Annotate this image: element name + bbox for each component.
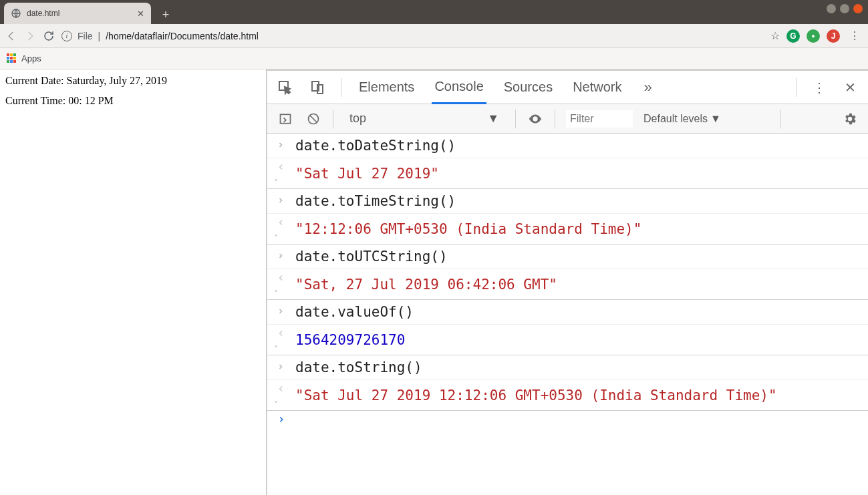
input-chevron-icon <box>277 251 286 262</box>
separator <box>341 78 341 97</box>
console-input-row: date.toTimeString() <box>267 189 868 214</box>
console-output[interactable]: date.toDateString()•"Sat Jul 27 2019"dat… <box>267 134 868 495</box>
execution-context-selector[interactable]: top ▼ <box>344 112 504 126</box>
console-text: "Sat, 27 Jul 2019 06:42:06 GMT" <box>295 277 557 293</box>
devtools-panel: Elements Console Sources Network » ⋮ ✕ t… <box>266 69 868 495</box>
browser-tab[interactable]: date.html ✕ <box>4 3 151 24</box>
console-input-row: date.toDateString() <box>267 134 868 158</box>
console-text: "Sat Jul 27 2019" <box>295 166 439 182</box>
console-text: 1564209726170 <box>295 332 405 348</box>
console-output-row: •"Sat Jul 27 2019 12:12:06 GMT+0530 (Ind… <box>267 380 868 411</box>
extension-grammarly-icon[interactable]: G <box>786 29 800 43</box>
console-filter[interactable] <box>566 110 633 128</box>
apps-icon[interactable] <box>7 53 17 64</box>
tab-console[interactable]: Console <box>432 71 486 104</box>
output-chevron-icon: • <box>277 329 286 351</box>
separator <box>780 110 781 128</box>
page-line-date: Current Date: Saturday, July 27, 2019 <box>5 75 261 87</box>
console-settings-icon[interactable] <box>841 110 859 128</box>
extension-badge-icon[interactable]: ● <box>807 29 820 43</box>
separator <box>333 110 333 128</box>
output-chevron-icon: • <box>277 162 286 184</box>
device-toggle-icon[interactable] <box>309 79 326 96</box>
input-chevron-icon <box>277 140 286 151</box>
console-output-row: •1564209726170 <box>267 325 868 355</box>
inspect-element-icon[interactable] <box>277 79 294 96</box>
console-input-row: date.valueOf() <box>267 300 868 325</box>
apps-label[interactable]: Apps <box>21 53 41 63</box>
console-toolbar: top ▼ Default levels ▼ <box>267 104 868 134</box>
output-chevron-icon: • <box>277 273 286 295</box>
page-content: Current Date: Saturday, July 27, 2019 Cu… <box>0 69 266 495</box>
window-titlebar: date.html ✕ + <box>0 0 868 24</box>
filter-input[interactable] <box>566 110 633 128</box>
reload-button[interactable] <box>43 30 55 42</box>
close-tab-icon[interactable]: ✕ <box>137 9 144 19</box>
chevron-down-icon: ▼ <box>487 112 499 126</box>
close-window-button[interactable] <box>853 4 863 13</box>
devtools-tabstrip: Elements Console Sources Network » ⋮ ✕ <box>267 71 868 104</box>
input-chevron-icon <box>277 362 286 373</box>
site-info-icon[interactable]: i <box>61 31 72 41</box>
main-area: Current Date: Saturday, July 27, 2019 Cu… <box>0 69 868 495</box>
console-prompt[interactable] <box>267 411 868 430</box>
separator <box>555 110 555 128</box>
console-output-row: •"Sat, 27 Jul 2019 06:42:06 GMT" <box>267 269 868 300</box>
more-tabs-icon[interactable]: » <box>639 79 657 96</box>
console-text: "12:12:06 GMT+0530 (India Standard Time)… <box>295 221 641 237</box>
new-tab-button[interactable]: + <box>156 5 175 24</box>
tab-elements[interactable]: Elements <box>356 71 417 103</box>
url-scheme: File <box>78 31 93 41</box>
console-text: date.toUTCString() <box>295 249 448 265</box>
tab-sources[interactable]: Sources <box>501 71 555 103</box>
console-input-row: date.toUTCString() <box>267 244 868 269</box>
input-chevron-icon <box>277 196 286 206</box>
maximize-button[interactable] <box>840 4 849 13</box>
browser-toolbar: i File | /home/dataflair/Documents/date.… <box>0 24 868 48</box>
url-separator: | <box>98 31 101 41</box>
console-input-row: date.toString() <box>267 355 868 380</box>
address-bar[interactable]: i File | /home/dataflair/Documents/date.… <box>61 31 758 41</box>
devtools-close-icon[interactable]: ✕ <box>841 79 859 96</box>
window-controls <box>821 0 868 17</box>
clear-console-icon[interactable] <box>305 110 322 128</box>
console-text: date.valueOf() <box>295 304 414 320</box>
context-label: top <box>349 112 366 126</box>
globe-icon <box>11 8 21 19</box>
levels-label: Default levels <box>643 113 708 125</box>
console-text: date.toTimeString() <box>295 193 456 209</box>
output-chevron-icon: • <box>277 218 286 240</box>
bookmark-star-icon[interactable]: ☆ <box>770 29 780 42</box>
tab-network[interactable]: Network <box>570 71 624 103</box>
console-text: "Sat Jul 27 2019 12:12:06 GMT+0530 (Indi… <box>295 387 777 403</box>
url-path: /home/dataflair/Documents/date.html <box>106 31 259 41</box>
output-chevron-icon: • <box>277 384 286 406</box>
page-line-time: Current Time: 00: 12 PM <box>5 95 261 107</box>
devtools-menu-icon[interactable]: ⋮ <box>811 79 828 96</box>
log-levels-selector[interactable]: Default levels ▼ <box>643 113 721 125</box>
minimize-button[interactable] <box>827 4 836 13</box>
prompt-chevron-icon <box>277 415 286 426</box>
console-text: date.toString() <box>295 359 422 375</box>
forward-button[interactable] <box>24 30 36 42</box>
separator <box>797 78 797 97</box>
browser-menu-icon[interactable]: ⋮ <box>847 29 863 42</box>
tab-title: date.html <box>27 9 132 18</box>
console-output-row: •"12:12:06 GMT+0530 (India Standard Time… <box>267 214 868 244</box>
bookmarks-bar: Apps <box>0 48 868 69</box>
input-chevron-icon <box>277 307 286 317</box>
chevron-down-icon: ▼ <box>710 113 721 125</box>
profile-avatar[interactable]: J <box>827 29 840 43</box>
back-button[interactable] <box>5 30 17 42</box>
console-sidebar-toggle-icon[interactable] <box>277 110 294 128</box>
separator <box>515 110 516 128</box>
console-text: date.toDateString() <box>295 138 456 154</box>
live-expression-icon[interactable] <box>527 110 544 128</box>
console-output-row: •"Sat Jul 27 2019" <box>267 158 868 189</box>
